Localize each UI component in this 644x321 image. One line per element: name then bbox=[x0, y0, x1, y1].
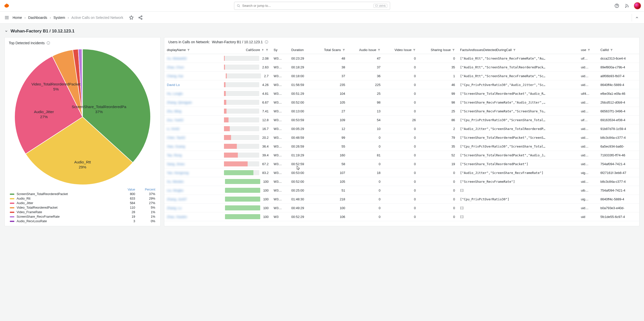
user-name[interactable]: Hu, Longfu bbox=[167, 92, 183, 96]
cell-callid: b0a793e3-e40d- bbox=[598, 204, 639, 212]
dashboard-row-header[interactable]: Wuhan-Factory B1 / 10.12.123.1 bbox=[5, 29, 639, 34]
table-row[interactable]: Liu, Ningbo 100 W3… 00:25:00 51 0 0 0 []… bbox=[164, 186, 639, 195]
table-row[interactable]: Li, Xin02 16.7 W3… 00:05:29 12 10 0 2 ["… bbox=[164, 124, 639, 133]
cell-scans: 104 bbox=[313, 89, 348, 98]
table-row[interactable]: Zhang, Qiongyan 6.67 W3… 00:52:00 105 98… bbox=[164, 98, 639, 107]
col-use[interactable]: use bbox=[578, 46, 598, 54]
cell-use: uid… bbox=[578, 80, 598, 89]
cell-scans: 12 bbox=[313, 124, 348, 133]
breadcrumb-system[interactable]: System bbox=[53, 16, 65, 20]
cell-scans: 235 bbox=[313, 80, 348, 89]
score-value: 20.2 bbox=[262, 136, 269, 140]
cell-sy: W3… bbox=[271, 54, 289, 63]
user-name[interactable]: Tao, Rong bbox=[167, 153, 182, 157]
breadcrumb-dashboards[interactable]: Dashboards bbox=[28, 16, 47, 20]
legend-value: 110 bbox=[115, 206, 135, 209]
share-icon[interactable] bbox=[137, 15, 143, 21]
user-name[interactable]: Cheng, Kai bbox=[167, 74, 183, 78]
user-name[interactable]: Xu, Wenbin bbox=[167, 180, 184, 184]
col-totalscans[interactable]: Total Scans bbox=[313, 46, 348, 54]
cell-sharing: 79 bbox=[418, 133, 458, 142]
user-name[interactable]: Xiao, Guang bbox=[167, 145, 185, 148]
global-search[interactable]: ctrl+k bbox=[234, 2, 390, 10]
pie-chart[interactable]: ScreenShare_TotalReorderedPa37% Audio_Rt… bbox=[9, 47, 156, 187]
legend-item[interactable]: Video_FrameRate 28 1% bbox=[9, 210, 156, 214]
table-row[interactable]: Xiao, Guang 36.4 W3… 00:26:59 55 0 0 35 … bbox=[164, 142, 639, 151]
cell-facts: ["Cpu_PrivPctOverRatio30","ScreenShare_T… bbox=[458, 116, 578, 124]
table-row[interactable]: Zhang, Jun07 100 W3… 01:48:30 218 0 0 0 … bbox=[164, 195, 639, 204]
table-row[interactable]: Tao, Rong 39.4 W3… 01:19:29 160 81 0 52 … bbox=[164, 151, 639, 160]
col-sy[interactable]: Sy bbox=[271, 46, 289, 54]
user-name[interactable]: Liu, Ningbo bbox=[167, 189, 183, 192]
user-name[interactable]: Li, Xin02 bbox=[167, 127, 180, 131]
cell-use: uif4… bbox=[578, 89, 598, 98]
user-name[interactable]: Zhao, Chun bbox=[167, 65, 184, 69]
pie-label-jitter: Audio_Jitter27% bbox=[34, 109, 54, 120]
table-row[interactable]: Cheng, Kai 2.7 W3… 00:18:00 37 36 0 1 ["… bbox=[164, 72, 639, 80]
score-value: 36.4 bbox=[262, 145, 269, 148]
cell-duration: 00:53:00 bbox=[289, 168, 313, 177]
search-input[interactable] bbox=[242, 4, 371, 8]
table-row[interactable]: Zou, Yue02 12.8 W3… 00:53:59 109 54 26 8… bbox=[164, 116, 639, 124]
cell-duration: 00:05:29 bbox=[289, 124, 313, 133]
user-name[interactable]: Zou, Yue02 bbox=[167, 118, 183, 122]
col-facts[interactable]: FactsAndIssuesDetectedDuringCall bbox=[458, 46, 578, 54]
cell-duration: 00:18:00 bbox=[289, 72, 313, 80]
table-row[interactable]: Zhu, Ming 7.41 W3… 00:13:00 27 13 0 25 [… bbox=[164, 107, 639, 116]
cell-sharing: 2 bbox=[418, 124, 458, 133]
table-row[interactable]: Zhang, Lu 100 W3… 00:49:29 100 0 0 0 [] … bbox=[164, 204, 639, 212]
cell-facts: ["Cpu_PrivPctOverRatio30","Audio_Jitter"… bbox=[458, 80, 578, 89]
col-audio[interactable]: Audio Issue bbox=[348, 46, 383, 54]
cell-video: 0 bbox=[383, 160, 418, 168]
legend-item[interactable]: Audio_RecvLossRate 3 0% bbox=[9, 219, 156, 223]
cell-scans: 27 bbox=[313, 107, 348, 116]
col-callscore[interactable]: CallScore bbox=[205, 46, 271, 54]
cell-video: 0 bbox=[383, 54, 418, 63]
cell-sharing: 1 bbox=[418, 72, 458, 80]
col-duration[interactable]: Duration bbox=[289, 46, 313, 54]
table-row[interactable]: Xu, Weiwei02 2.08 W3… 00:23:29 48 47 0 0… bbox=[164, 54, 639, 63]
user-name[interactable]: Xu, Weiwei02 bbox=[167, 57, 187, 60]
menu-toggle-icon[interactable] bbox=[4, 15, 10, 21]
user-name[interactable]: Zhang, Qiongyan bbox=[167, 101, 192, 104]
user-name[interactable]: Zhao, Xiaobin bbox=[167, 215, 187, 219]
info-icon[interactable] bbox=[265, 40, 268, 44]
user-avatar[interactable] bbox=[634, 2, 641, 9]
breadcrumb-home[interactable]: Home bbox=[13, 16, 22, 20]
grafana-logo[interactable] bbox=[3, 2, 10, 9]
legend-item[interactable]: ScreenShare_RecvFrameRate 19 1% bbox=[9, 214, 156, 219]
col-callid[interactable]: CallId bbox=[598, 46, 639, 54]
legend-item[interactable]: ScreenShare_TotalReorderedPacket 800 37% bbox=[9, 192, 156, 196]
score-value: 6.67 bbox=[262, 101, 269, 104]
cell-sy: W3… bbox=[271, 186, 289, 195]
legend-item[interactable]: Audio_Jitter 584 27% bbox=[9, 201, 156, 205]
help-icon[interactable] bbox=[614, 3, 620, 9]
cell-sy: W3… bbox=[271, 63, 289, 72]
table-row[interactable]: Zhao, Chun 2.63 W3… 00:18:29 38 37 0 35 … bbox=[164, 63, 639, 72]
user-name[interactable]: David Lo bbox=[167, 83, 180, 87]
user-name[interactable]: Sang, Jinwu bbox=[167, 162, 185, 166]
col-sharing[interactable]: Sharing Issue bbox=[418, 46, 458, 54]
legend-item[interactable]: Audio_Rtt 633 29% bbox=[9, 196, 156, 201]
favorite-star-icon[interactable] bbox=[128, 15, 134, 21]
user-name[interactable]: Zhang, Lu bbox=[167, 206, 182, 210]
col-video[interactable]: Video Issue bbox=[383, 46, 418, 54]
cell-audio: 0 bbox=[348, 142, 383, 151]
chevron-up-icon[interactable] bbox=[634, 15, 640, 21]
breadcrumb-bar: Home› Dashboards› System› Active Calls o… bbox=[0, 12, 644, 24]
table-row[interactable]: Xu, Wenbin 100 W3… 00:52:00 105 0 0 0 ["… bbox=[164, 177, 639, 186]
col-displayname[interactable]: displayName bbox=[164, 46, 205, 54]
table-row[interactable]: Zhao, Xiaobin 100 W3 00:52:29 106 0 0 0 … bbox=[164, 212, 639, 221]
table-row[interactable]: Sang, Jinwu 67.2 W3… 00:52:59 58 0 0 19 … bbox=[164, 160, 639, 168]
table-row[interactable]: David Lo 4.26 W3… 01:56:59 235 225 0 46 … bbox=[164, 80, 639, 89]
info-icon[interactable] bbox=[47, 41, 50, 45]
user-name[interactable]: Chen, Tao02 bbox=[167, 136, 185, 140]
user-name[interactable]: Zhang, Jun07 bbox=[167, 197, 187, 201]
legend-item[interactable]: Video_TotalReorderedPacket 110 5% bbox=[9, 205, 156, 210]
user-name[interactable]: Zhu, Ming bbox=[167, 109, 181, 113]
user-name[interactable]: Yan, Hongrong bbox=[167, 171, 189, 175]
table-row[interactable]: Yan, Hongrong 83.2 W3… 00:53:00 107 18 0… bbox=[164, 168, 639, 177]
table-row[interactable]: Chen, Tao02 20.2 W3… 00:48:59 99 0 0 79 … bbox=[164, 133, 639, 142]
table-row[interactable]: Hu, Longfu 4.81 W3… 00:51:29 104 25 0 99… bbox=[164, 89, 639, 98]
rss-icon[interactable] bbox=[624, 3, 630, 9]
